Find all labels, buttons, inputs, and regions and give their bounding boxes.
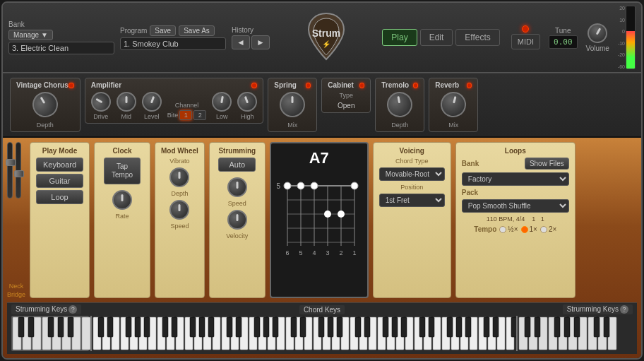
tab-effects-button[interactable]: Effects [455,29,499,46]
history-forward-button[interactable]: ► [251,35,270,49]
amplifier-level-knob[interactable] [139,89,165,114]
svg-point-16 [311,182,318,189]
channel-2-button[interactable]: 2 [193,110,206,120]
amplifier-led[interactable] [251,83,257,88]
slider-track-2[interactable] [16,142,21,199]
bank-select[interactable]: 3. Electric Clean [8,42,114,54]
tremolo-led[interactable] [413,83,418,88]
channel-1-button[interactable]: 1 [179,110,192,120]
tap-tempo-button[interactable]: Tap Tempo [104,158,141,184]
modwheel-speed-knob[interactable] [169,200,189,220]
show-files-button[interactable]: Show Files [525,158,569,170]
vintage-chorus-title: Vintage Chorus [16,81,68,89]
save-button[interactable]: Save [150,25,176,36]
tempo-two-option[interactable]: 2× [540,225,556,233]
tremolo-depth-label: Depth [391,122,408,129]
vintage-chorus-module: Vintage Chorus Depth [10,78,80,132]
spring-module: Spring Mix [268,78,317,132]
auto-button[interactable]: Auto [218,158,256,172]
svg-rect-96 [227,317,232,337]
reverb-mix-knob[interactable] [438,89,469,120]
keyboard-labels: Strumming Keys? Chord Keys Strumming Key… [11,304,633,314]
svg-rect-87 [107,317,113,337]
svg-rect-98 [254,317,260,337]
slider-thumb-2[interactable] [14,170,24,177]
svg-text:6: 6 [285,249,289,256]
loop-mode-button[interactable]: Loop [36,190,83,204]
guitar-mode-button[interactable]: Guitar [36,174,83,188]
modwheel-speed-label: Speed [170,223,189,230]
controls-right: MIDI Tune 0.00 Volume 20 10 0 -10 -20 [511,6,636,69]
amplifier-drive-label: Drive [93,113,108,120]
keyboard-mode-button[interactable]: Keyboard [36,158,83,172]
svg-rect-93 [190,317,196,337]
vintage-chorus-led[interactable] [68,83,73,88]
tab-area: Play Edit Effects [382,29,500,46]
modwheel-depth-knob[interactable] [169,167,189,187]
loops-pack-select[interactable]: Pop Smooth Shuffle [462,199,569,213]
history-back-button[interactable]: ◄ [232,35,250,49]
piano-keys-svg[interactable] [11,316,619,353]
loops-bank-select[interactable]: Factory [462,172,569,186]
keyboard-right-help[interactable]: ? [620,305,628,314]
svg-rect-130 [525,317,530,337]
tempo-one-radio[interactable] [521,226,528,233]
bank-manage-button[interactable]: Manage ▼ [8,30,53,40]
amplifier-high-knob[interactable] [234,89,260,114]
tremolo-depth-knob[interactable] [385,90,415,119]
tab-edit-button[interactable]: Edit [420,29,453,46]
tempo-half-radio[interactable] [499,226,506,233]
bite-label: Bite [167,112,179,119]
spring-mix-knob[interactable] [280,92,305,117]
channel-group: Channel Bite 1 2 [167,102,207,120]
voicing-title: Voicing [400,147,424,155]
slider-thumb-1[interactable] [6,159,16,166]
svg-rect-33 [82,317,90,350]
volume-knob[interactable] [584,19,611,46]
reverb-led[interactable] [467,83,472,88]
chord-type-select[interactable]: Movable-Root [379,167,445,181]
slider-track-1[interactable] [7,142,13,199]
svg-point-14 [284,182,291,189]
strumming-velocity-knob[interactable] [227,210,247,230]
svg-rect-92 [172,317,177,337]
amplifier-mid-knob[interactable] [117,92,136,112]
clock-title: Clock [112,147,131,155]
midi-button[interactable]: MIDI [511,34,540,49]
cabinet-type-label: Type [339,92,353,99]
reverb-mix-label: Mix [448,122,458,129]
svg-rect-116 [484,317,489,337]
keyboard-left-help[interactable]: ? [68,305,77,314]
save-as-button[interactable]: Save As [179,25,215,36]
history-label: History [232,26,270,34]
amplifier-low-knob[interactable] [210,90,233,113]
drive-knob-group: Drive [91,92,111,120]
tab-play-button[interactable]: Play [382,29,417,46]
vu-fill [626,31,635,69]
strumming-speed-knob[interactable] [227,177,247,197]
svg-rect-95 [208,317,214,337]
amplifier-drive-knob[interactable] [88,88,114,115]
svg-point-19 [351,182,358,189]
clock-rate-label: Rate [116,213,129,220]
strumming-velocity-label: Velocity [226,232,248,239]
tempo-one-option[interactable]: 1× [521,225,537,233]
tempo-half-option[interactable]: ½× [499,225,518,233]
svg-rect-136 [604,317,609,337]
vibrato-label: Vibrato [169,158,189,165]
cabinet-led[interactable] [359,83,364,88]
tremolo-title: Tremolo [381,81,413,89]
vintage-chorus-depth-knob[interactable] [28,87,62,122]
voicing-panel: Voicing Chord Type Movable-Root Position… [373,142,451,298]
spring-led[interactable] [306,83,311,88]
position-select[interactable]: 1st Fret [379,194,445,207]
svg-rect-91 [162,317,168,337]
loops-title: Loops [462,147,569,155]
chord-display: A7 5 [270,142,369,298]
spring-title: Spring [274,81,306,89]
program-select[interactable]: 1. Smokey Club [120,37,226,50]
tempo-two-radio[interactable] [540,226,547,233]
clock-rate-knob[interactable] [112,190,132,210]
svg-rect-103 [318,317,324,337]
svg-rect-133 [564,317,570,337]
